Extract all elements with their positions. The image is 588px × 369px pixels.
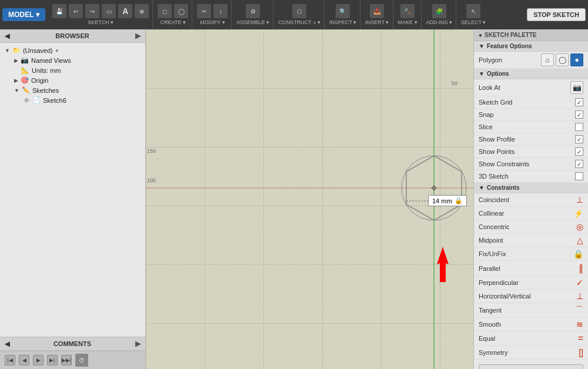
browser-expand-icon[interactable]: ▶ [135,32,141,40]
insert-icon[interactable]: 📥 [370,4,384,18]
horiz-vert-label: Horizontal/Vertical [479,293,576,300]
tree-item-named-views[interactable]: ▶ 📷 Named Views [12,55,143,65]
svg-rect-1 [146,29,473,369]
construct-icon[interactable]: ⬡ [292,4,306,18]
text-icon[interactable]: A [118,4,132,18]
symmetry-icon[interactable]: [] [579,348,583,357]
snap-checkbox[interactable]: ✓ [575,110,583,119]
show-profile-checkbox[interactable]: ✓ [575,135,583,143]
modify-icon2[interactable]: ↕ [213,4,228,18]
timeline-play-btn[interactable]: ▶ [33,355,44,365]
coincident-icon[interactable]: ⊣ [575,196,584,203]
main-area: ◀ BROWSER ▶ ▼ 📁 (Unsaved) ● ▶ 📷 Named Vi… [0,29,588,369]
constraints-title: ▼ Constraints [474,183,588,193]
inspect-group: 🔍 INSPECT ▾ [326,0,360,29]
browser-title: BROWSER [55,32,89,39]
addins-label: ADD-INS ▾ [426,19,453,25]
collinear-row: Collinear ⚡ [474,207,588,220]
palette-stop-sketch-button[interactable]: Stop Sketch [479,364,583,369]
polygon-edge-btn[interactable]: ◯ [556,53,569,66]
undo-icon[interactable]: ↩ [69,4,83,18]
slice-checkbox[interactable] [575,123,583,131]
look-at-label: Look At [479,84,570,91]
toolbar: MODEL ▾ 💾 ↩ ↪ ▭ A ⊕ SKETCH ▾ ◻ ◯ CREATE … [0,0,588,29]
horiz-vert-row: Horizontal/Vertical ⊥ [474,290,588,303]
smooth-label: Smooth [479,321,576,328]
sketch-palette-header: ● SKETCH PALETTE [474,29,588,41]
options-label: Options [487,71,509,77]
tree-item-sketch6[interactable]: 👁 📄 Sketch6 [21,95,143,105]
snap-row: Snap ✓ [474,109,588,121]
timeline-settings-icon[interactable]: ⏱ [75,354,88,367]
concentric-label: Concentric [479,223,576,230]
make-group: 🔨 MAKE ▾ [395,0,422,29]
comments-arrow-left[interactable]: ◀ [5,340,9,348]
fix-unfix-icon[interactable]: 🔒 [573,249,583,259]
collinear-icon[interactable]: ⚡ [573,209,583,218]
timeline-prev-btn[interactable]: ◀ [19,355,29,365]
symmetry-label: Symmetry [479,349,579,356]
sketch-svg: 50 150 100 [146,29,473,369]
3d-sketch-checkbox[interactable] [575,172,583,180]
timeline-end-btn[interactable]: ▶▶| [61,355,72,365]
save-icon[interactable]: 💾 [52,4,66,18]
make-icon[interactable]: 🔨 [400,4,415,18]
tangent-row: Tangent ⌒ [474,303,588,318]
sketch-grid-checkbox[interactable]: ✓ [575,98,583,106]
browser-arrow-left[interactable]: ◀ [5,32,9,40]
tree-item-origin[interactable]: ▶ 🎯 Origin [12,75,143,85]
lock-icon[interactable]: 🔒 [455,197,463,204]
sketch6-label: Sketch6 [43,97,66,104]
addins-icon[interactable]: 🧩 [432,4,446,18]
polygon-inscribed-btn[interactable]: ⌂ [541,53,554,66]
tree-item-units[interactable]: 📐 Units: mm [12,65,143,75]
inspect-icon[interactable]: 🔍 [336,4,350,18]
tree-item-sketches[interactable]: ▼ ✏️ Sketches [12,85,143,95]
horiz-vert-icon[interactable]: ⊥ [576,291,583,301]
assemble-group: ⚙ ASSEMBLE ▾ [233,0,273,29]
equal-icon[interactable]: = [578,333,583,344]
sketch-rect-icon[interactable]: ▭ [102,4,116,18]
comments-header: ◀ COMMENTS ▶ [0,337,145,351]
redo-icon[interactable]: ↪ [85,4,99,18]
equal-label: Equal [479,335,578,342]
timeline-start-btn[interactable]: |◀ [5,355,15,365]
select-icon[interactable]: ↖ [466,4,480,18]
show-constraints-checkbox[interactable]: ✓ [575,160,583,168]
sketch-label: SKETCH ▾ [88,19,113,25]
assemble-label: ASSEMBLE ▾ [236,19,269,25]
show-points-checkbox[interactable]: ✓ [575,147,583,156]
parallel-icon[interactable]: ∥ [579,263,583,274]
tree-item-unsaved[interactable]: ▼ 📁 (Unsaved) ● [2,45,143,55]
midpoint-label: Midpoint [479,237,577,244]
orbit-icon[interactable]: ⊕ [135,4,149,18]
inspect-label: INSPECT ▾ [329,19,356,25]
dimension-input-box[interactable]: 14 mm 🔒 [428,195,467,206]
feature-options-arrow: ▼ [479,43,485,49]
create-icon2[interactable]: ◯ [174,4,188,18]
comments-expand-icon[interactable]: ▶ [135,340,141,348]
stop-sketch-section: Stop Sketch [474,360,588,369]
midpoint-icon[interactable]: △ [577,236,583,245]
perpendicular-row: Perpendicular ✓ [474,276,588,290]
browser-tree: ▼ 📁 (Unsaved) ● ▶ 📷 Named Views 📐 Units:… [0,43,145,337]
construct-group: ⬡ CONSTRUCT = ▾ [275,0,325,29]
look-at-button[interactable]: 📷 [570,81,583,94]
timeline-next-btn[interactable]: ▶| [47,355,58,365]
model-button[interactable]: MODEL ▾ [2,8,45,21]
tangent-icon[interactable]: ⌒ [575,305,583,316]
smooth-icon[interactable]: ≋ [576,320,583,329]
polygon-circumscribed-btn[interactable]: ● [570,53,583,66]
constraints-arrow: ▼ [479,184,485,191]
modify-icon1[interactable]: ✂ [197,4,211,18]
create-icon1[interactable]: ◻ [158,4,172,18]
units-label: Units: mm [32,67,61,74]
slice-row: Slice [474,121,588,133]
stop-sketch-button[interactable]: STOP SKETCH [527,8,586,21]
concentric-icon[interactable]: ◎ [576,222,583,232]
assemble-icon[interactable]: ⚙ [246,4,260,18]
canvas-area[interactable]: 50 150 100 14 mm 🔒 [146,29,473,369]
show-points-row: Show Points ✓ [474,146,588,158]
select-label: SELECT ▾ [461,19,486,25]
perpendicular-icon[interactable]: ✓ [576,278,583,287]
